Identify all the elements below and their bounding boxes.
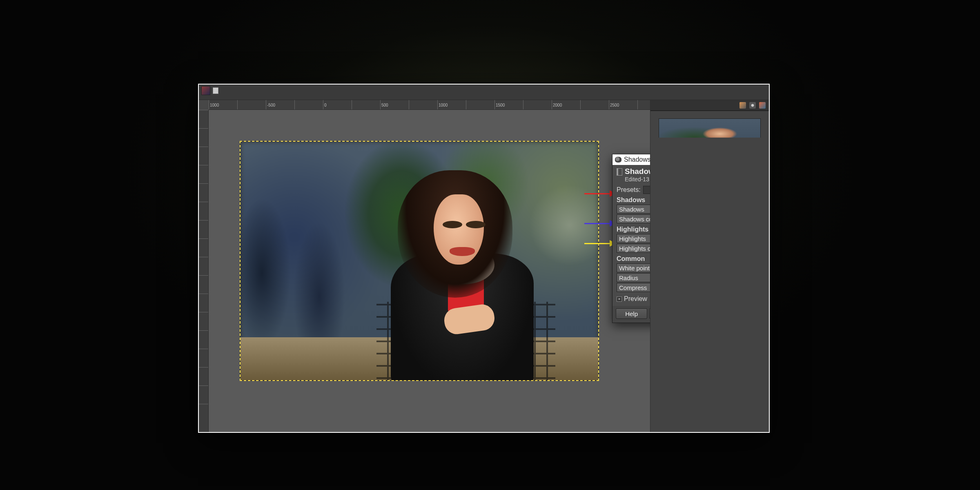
navigation-preview[interactable] <box>650 111 769 432</box>
dialog-header: Shadows-Highlights Edited-13 ([IMG_2418]… <box>612 165 650 185</box>
presets-dropdown[interactable]: ▾ <box>643 186 650 194</box>
filter-icon <box>617 168 622 176</box>
navigation-thumbnail <box>659 118 761 157</box>
section-common: Common <box>612 254 650 263</box>
image-thumb-icon[interactable] <box>759 102 766 109</box>
document-icon <box>213 87 218 94</box>
section-highlights: Highlights <box>612 224 650 234</box>
dialog-titlebar[interactable]: Shadows-Highlights × <box>612 154 650 165</box>
photo-subject <box>394 170 573 381</box>
canvas[interactable]: Shadows-Highlights × Shadows-Highlights … <box>209 110 650 432</box>
window-titlebar <box>199 85 769 97</box>
slider-shadows-color[interactable]: Shadows color adjustment 100.00 <box>617 214 650 223</box>
help-button[interactable]: Help <box>616 308 647 319</box>
checkbox-row: × Preview Split view <box>612 293 650 306</box>
presets-label: Presets: <box>617 186 641 194</box>
slider-compress[interactable]: Compress 50.00 <box>617 283 650 292</box>
canvas-pane: 1000-500050010001500200025003000 <box>199 100 650 432</box>
tool-options-icon[interactable] <box>749 102 756 109</box>
ruler-vertical <box>199 110 209 432</box>
preview-checkbox[interactable]: × Preview <box>617 295 647 303</box>
dock-tab-strip <box>650 100 769 111</box>
image-on-canvas[interactable] <box>240 141 599 381</box>
checkbox-icon: × <box>617 296 622 302</box>
ruler-horizontal: 1000-500050010001500200025003000 <box>209 100 650 110</box>
shadows-highlights-dialog: Shadows-Highlights × Shadows-Highlights … <box>612 154 650 323</box>
slider-white-point[interactable]: White point adjustment 2.037 <box>617 263 650 272</box>
app-icon <box>615 157 621 163</box>
window-toolbar <box>199 97 769 100</box>
dialog-window-title: Shadows-Highlights <box>624 156 650 163</box>
brush-icon[interactable] <box>739 102 746 109</box>
slider-radius[interactable]: Radius 100.00 <box>617 273 650 282</box>
document-thumbnail-icon <box>201 86 210 95</box>
dialog-button-row: Help Reset OK Cancel <box>612 306 650 323</box>
slider-highlights[interactable]: Highlights -40.12 <box>617 234 650 243</box>
dialog-subtitle: Edited-13 ([IMG_2418] (imported)) <box>625 176 650 183</box>
slider-shadows[interactable]: Shadows 48.77 <box>617 205 650 214</box>
window-content: 1000-500050010001500200025003000 <box>199 100 769 432</box>
presets-row: Presets: ▾ <box>612 185 650 195</box>
right-dock <box>650 100 769 432</box>
dialog-title: Shadows-Highlights <box>625 167 650 176</box>
slider-highlights-color[interactable]: Highlights color adjustment 50.00 <box>617 244 650 253</box>
section-shadows: Shadows <box>612 195 650 205</box>
editor-window: 1000-500050010001500200025003000 <box>198 84 770 433</box>
